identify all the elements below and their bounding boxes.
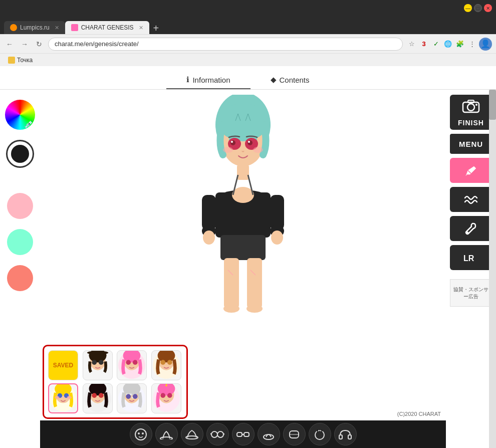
close-button[interactable]: ✕ [484,4,492,12]
edit-tool-button[interactable] [450,158,492,183]
saved-slot-4[interactable] [151,350,181,380]
tab-lumpics[interactable]: Lumpics.ru ✕ [4,21,65,34]
svg-line-80 [223,433,224,434]
tab-charat-label: CHARAT GENESIS [81,24,134,31]
center-area: SAVED [40,90,446,448]
page-content: ℹ Information ◆ Contents 💉 [0,66,496,448]
saved-slot-8[interactable] [151,383,181,413]
svg-rect-89 [348,435,351,439]
svg-point-76 [211,431,217,437]
title-bar: — □ ✕ [0,0,496,16]
shield-icon: 3 [419,39,429,49]
scrollbar-thumb[interactable] [489,90,496,120]
toolbar-hair-icon[interactable] [309,423,331,445]
saved-slot-label[interactable]: SAVED [48,350,78,380]
toolbar-mask-icon[interactable] [283,423,306,445]
tab-charat-close[interactable]: ✕ [139,25,143,31]
saved-slot-7[interactable] [117,383,147,413]
svg-point-94 [466,232,468,234]
right-panel: FINISH MENU [446,90,496,448]
svg-point-21 [247,140,253,145]
color-swatch-pink[interactable] [7,193,33,219]
color-swatch-salmon[interactable] [7,265,33,291]
tab-charat[interactable]: CHARAT GENESIS ✕ [65,21,149,34]
address-bar: ← → ↻ ☆ 3 ✓ 🌐 🧩 ⋮ 👤 [0,34,496,53]
finish-button[interactable]: FINISH [450,95,492,130]
toolbar-glasses1-icon[interactable] [206,423,229,445]
information-label: Information [192,76,230,84]
svg-point-45 [160,360,165,365]
new-tab-button[interactable]: + [149,23,163,34]
scrollbar[interactable] [489,90,496,448]
svg-text:LR: LR [463,254,474,263]
svg-rect-1 [237,165,249,180]
profile-icon[interactable]: 👤 [479,38,492,51]
toolbar-hat1-icon[interactable] [155,423,178,445]
tab-lumpics-label: Lumpics.ru [20,24,50,31]
minimize-button[interactable]: — [464,4,472,12]
svg-point-14 [223,305,239,313]
svg-rect-13 [247,258,262,308]
back-button[interactable]: ← [4,39,15,49]
tab-contents[interactable]: ◆ Contents [251,71,330,89]
saved-slot-3[interactable] [117,350,147,380]
color-swatch-teal[interactable] [7,229,33,255]
svg-rect-5 [202,195,216,230]
menu-button[interactable]: MENU [450,134,492,154]
reload-button[interactable]: ↻ [34,39,44,49]
bookmarks-bar: Точка [0,53,496,66]
svg-point-57 [92,393,97,398]
page-tabs: ℹ Information ◆ Contents [0,66,496,90]
sponsor-box[interactable]: 協賛・スポンサー広告 [450,279,492,307]
svg-rect-82 [244,432,249,436]
svg-point-33 [92,360,97,365]
globe-icon[interactable]: 🌐 [443,39,453,49]
address-input[interactable] [48,38,403,51]
toolbar-glasses2-icon[interactable] [232,423,255,445]
waves-tool-button[interactable] [450,187,492,212]
svg-point-84 [264,434,274,439]
svg-point-71 [135,429,146,440]
svg-point-20 [230,140,235,145]
svg-point-22 [231,141,233,143]
wrench-tool-button[interactable] [450,216,492,241]
sponsor-label: 協賛・スポンサー広告 [450,285,492,301]
svg-point-7 [203,231,215,245]
toolbar-headset-icon[interactable] [334,423,357,445]
menu-label: MENU [459,140,483,148]
svg-point-93 [475,104,477,106]
svg-point-34 [98,360,103,365]
saved-panel: SAVED [43,345,188,419]
svg-point-64 [126,394,131,399]
information-icon: ℹ [186,75,189,84]
svg-rect-92 [468,100,474,103]
saved-slot-6[interactable] [83,383,113,413]
svg-point-74 [160,437,172,439]
toolbar-accessory-icon[interactable] [258,423,280,445]
color-circle-black[interactable] [6,140,34,168]
svg-point-25 [253,147,263,153]
toolbar-face-icon[interactable] [130,423,152,445]
svg-point-77 [217,431,223,437]
forward-button[interactable]: → [19,39,30,49]
check-icon: ✓ [431,39,441,49]
lr-tool-button[interactable]: LR [450,245,492,270]
tab-lumpics-close[interactable]: ✕ [55,25,59,31]
camera-icon [462,98,480,117]
charat-favicon [71,24,78,31]
menu-dots-icon[interactable]: ⋮ [467,39,477,49]
svg-point-41 [133,360,138,365]
extension-icon[interactable]: 🧩 [455,39,465,49]
bookmark-tocka[interactable]: Точка [4,56,37,65]
svg-point-24 [223,147,233,153]
tab-information[interactable]: ℹ Information [166,71,250,89]
svg-point-65 [133,394,138,399]
svg-line-79 [210,433,211,434]
maximize-button[interactable]: □ [474,4,482,12]
saved-slot-5[interactable] [48,383,78,413]
saved-slot-2[interactable] [83,350,113,380]
svg-point-15 [246,305,263,313]
bookmark-star-icon[interactable]: ☆ [407,39,417,49]
toolbar-hat2-icon[interactable] [181,423,203,445]
color-wheel[interactable]: 💉 [5,100,35,130]
